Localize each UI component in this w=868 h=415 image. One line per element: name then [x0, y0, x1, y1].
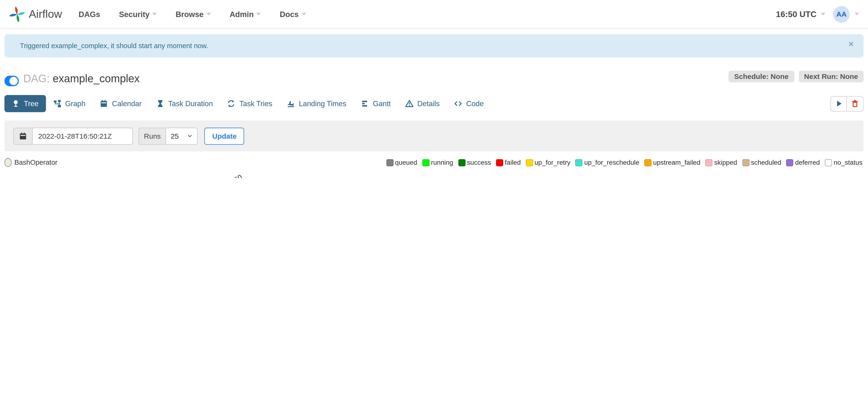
nav-item-label: Browse — [176, 10, 204, 19]
filter-bar: Runs 25 Update — [4, 120, 864, 151]
trigger-dag-button[interactable] — [830, 96, 847, 111]
graph-icon — [53, 99, 61, 108]
nav-item-label: DAGs — [79, 10, 100, 19]
num-runs-select[interactable]: 25 — [166, 127, 198, 144]
tab-label: Tree — [24, 99, 38, 108]
page-title: DAG: example_complex — [23, 72, 140, 85]
tab-task-tries[interactable]: Task Tries — [220, 95, 280, 112]
tab-label: Graph — [65, 99, 86, 108]
base-date-input[interactable] — [32, 127, 133, 144]
nav-item-dags[interactable]: DAGs — [79, 10, 100, 19]
status-label: running — [431, 158, 453, 167]
status-swatch — [825, 159, 832, 166]
status-swatch — [526, 159, 533, 166]
status-label: upstream_failed — [653, 158, 701, 167]
legend-status-running: running — [422, 158, 453, 167]
chevron-down-icon — [187, 133, 193, 139]
close-icon[interactable]: × — [848, 40, 854, 49]
retry-icon — [227, 99, 236, 108]
tab-graph[interactable]: Graph — [46, 95, 93, 112]
chevron-down-icon — [821, 13, 825, 16]
pin-icon — [11, 99, 20, 108]
status-label: skipped — [714, 158, 737, 167]
status-label: deferred — [795, 158, 820, 167]
base-date-group — [13, 127, 133, 144]
nav-item-admin[interactable]: Admin — [229, 10, 261, 19]
tab-label: Code — [466, 99, 484, 108]
chevron-down-icon — [206, 13, 211, 16]
status-swatch — [786, 159, 794, 166]
view-tabs: TreeGraphCalendarTask DurationTask Tries… — [4, 95, 491, 112]
nav-item-label: Docs — [280, 10, 299, 19]
chevron-down-icon — [301, 13, 306, 16]
nav-item-label: Security — [119, 10, 150, 19]
status-swatch — [458, 159, 465, 166]
clock-dropdown[interactable]: 16:50 UTC — [776, 9, 825, 19]
tab-calendar[interactable]: Calendar — [93, 95, 149, 112]
tab-landing-times[interactable]: Landing Times — [280, 95, 354, 112]
status-swatch — [705, 159, 712, 166]
dag-actions — [830, 96, 864, 111]
status-label: failed — [505, 158, 521, 167]
chevron-down-icon — [256, 13, 261, 16]
update-button[interactable]: Update — [205, 127, 244, 144]
legend-status-queued: queued — [386, 158, 417, 167]
status-swatch — [576, 159, 583, 166]
nav-item-security[interactable]: Security — [119, 10, 157, 19]
legend-status-scheduled: scheduled — [742, 158, 781, 167]
warning-icon — [405, 99, 413, 108]
nav-item-label: Admin — [229, 10, 254, 19]
next-run-badge: Next Run: None — [799, 71, 864, 82]
nav-menu: DAGsSecurityBrowseAdminDocs — [79, 10, 306, 19]
status-label: up_for_retry — [534, 158, 570, 167]
toggle-knob — [9, 77, 18, 85]
play-icon — [835, 99, 843, 108]
navbar-right: 16:50 UTC AA — [776, 6, 859, 22]
tab-label: Gantt — [373, 99, 391, 108]
airflow-logo-icon — [9, 6, 25, 22]
tab-task-duration[interactable]: Task Duration — [149, 95, 220, 112]
dag-prefix: DAG: — [23, 72, 50, 84]
tab-code[interactable]: Code — [447, 95, 491, 112]
gantt-icon — [361, 99, 369, 108]
tab-tree[interactable]: Tree — [4, 95, 46, 112]
nav-item-docs[interactable]: Docs — [280, 10, 306, 19]
tab-label: Task Tries — [240, 99, 273, 108]
brand-name: Airflow — [29, 8, 62, 21]
calendar-icon — [100, 99, 108, 108]
landing-icon — [287, 99, 295, 108]
navbar: Airflow DAGsSecurityBrowseAdminDocs 16:5… — [0, 0, 868, 29]
calendar-icon — [19, 132, 27, 140]
status-label: scheduled — [751, 158, 781, 167]
tab-label: Task Duration — [168, 99, 213, 108]
avatar: AA — [833, 6, 850, 22]
legend-status-up_for_retry: up_for_retry — [526, 158, 570, 167]
tab-gantt[interactable]: Gantt — [353, 95, 398, 112]
alert-section: Triggered example_complex, it should sta… — [0, 29, 868, 57]
dag-badges: Schedule: None Next Run: None — [729, 71, 864, 82]
nav-item-browse[interactable]: Browse — [176, 10, 211, 19]
dag-name: example_complex — [53, 72, 140, 84]
user-menu[interactable]: AA — [833, 6, 859, 22]
airflow-page: Airflow DAGsSecurityBrowseAdminDocs 16:5… — [0, 0, 868, 178]
status-swatch — [496, 159, 503, 166]
legend-row: BashOperator queuedrunningsuccessfailedu… — [0, 151, 868, 167]
legend-status-failed: failed — [496, 158, 521, 167]
status-swatch — [644, 159, 651, 166]
runs-group: Runs 25 — [138, 127, 198, 144]
legend-status-upstream_failed: upstream_failed — [644, 158, 700, 167]
run-date-label[interactable]: Jan 28, 17:50 — [205, 173, 244, 178]
delete-dag-button[interactable] — [847, 96, 864, 111]
legend-status-success: success — [458, 158, 491, 167]
view-tabs-row: TreeGraphCalendarTask DurationTask Tries… — [0, 95, 868, 112]
brand[interactable]: Airflow — [9, 6, 62, 22]
tab-details[interactable]: Details — [398, 95, 447, 112]
dag-pause-toggle[interactable] — [4, 76, 19, 86]
legend-status-up_for_reschedule: up_for_reschedule — [576, 158, 640, 167]
status-swatch — [386, 159, 393, 166]
operator-swatch — [4, 158, 11, 167]
trigger-alert: Triggered example_complex, it should sta… — [4, 34, 864, 58]
dag-header: DAG: example_complex Schedule: None Next… — [0, 57, 868, 86]
legend-status-no_status: no_status — [825, 158, 863, 167]
calendar-addon[interactable] — [13, 127, 32, 144]
